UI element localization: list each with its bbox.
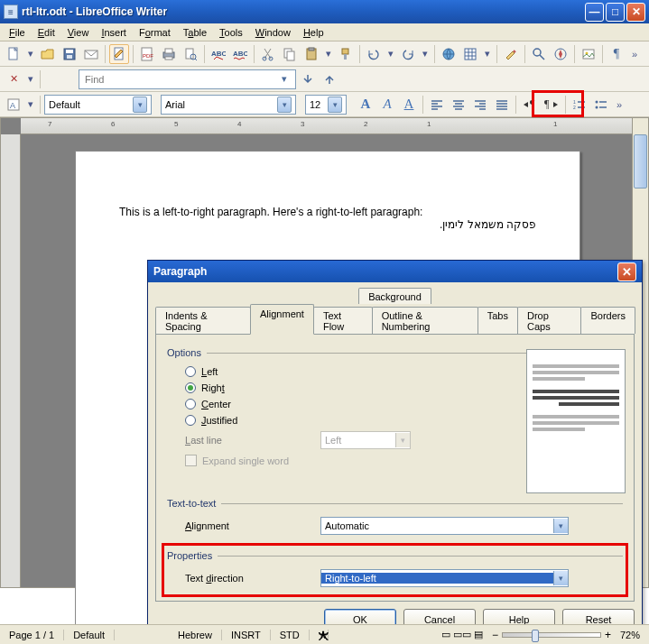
find-next-button[interactable] <box>298 69 318 89</box>
window-close-button[interactable]: ✕ <box>626 3 645 22</box>
paste-button[interactable] <box>301 44 321 64</box>
bold-button[interactable]: A <box>356 95 375 115</box>
align-right-button[interactable] <box>470 95 490 115</box>
status-selection-mode[interactable]: STD <box>271 630 310 640</box>
pdf-button[interactable]: PDF <box>137 44 157 64</box>
status-page[interactable]: Page 1 / 1 <box>0 630 64 640</box>
table-button[interactable] <box>460 44 480 64</box>
menu-edit[interactable]: Edit <box>32 25 60 40</box>
styles-button[interactable]: A <box>4 95 23 115</box>
menu-view[interactable]: View <box>62 25 95 40</box>
new-button[interactable] <box>4 44 23 64</box>
status-modified-icon: 🞱 <box>310 630 329 640</box>
nonprinting-button[interactable]: ¶ <box>607 44 626 64</box>
standard-toolbar: ▾ PDF ABC ABC ▾ ▾ ▾ ▾ ¶ » <box>0 41 649 67</box>
find-history-dropdown[interactable]: ▾ <box>277 73 292 85</box>
scrollbar-thumb[interactable] <box>634 134 647 189</box>
table-dropdown[interactable]: ▾ <box>482 44 493 64</box>
paragraph-rtl[interactable]: פסקה משמאל לימין. <box>119 218 536 231</box>
svg-rect-21 <box>309 48 314 51</box>
find-input[interactable]: ▾ <box>79 69 296 89</box>
redo-button[interactable] <box>398 44 418 64</box>
find-replace-button[interactable] <box>529 44 549 64</box>
menu-table[interactable]: Table <box>178 25 212 40</box>
close-findbar-button[interactable]: ✕ <box>4 69 23 89</box>
svg-point-38 <box>596 106 598 108</box>
paragraph-style-combo[interactable]: Default▾ <box>44 95 152 115</box>
status-style[interactable]: Default <box>64 630 115 640</box>
status-language[interactable]: Hebrew <box>169 630 222 640</box>
dialog-titlebar[interactable]: Paragraph ✕ <box>148 261 642 282</box>
find-prev-button[interactable] <box>320 69 339 89</box>
findbar-dropdown[interactable]: ▾ <box>25 69 36 89</box>
align-justify-button[interactable] <box>492 95 512 115</box>
maximize-button[interactable]: □ <box>606 3 625 22</box>
paste-dropdown[interactable]: ▾ <box>323 44 334 64</box>
show-draw-button[interactable] <box>501 44 521 64</box>
italic-button[interactable]: A <box>377 95 397 115</box>
minimize-button[interactable]: ― <box>585 3 604 22</box>
tab-drop-caps[interactable]: Drop Caps <box>517 307 581 334</box>
align-center-button[interactable] <box>449 95 468 115</box>
preview-button[interactable] <box>181 44 200 64</box>
status-insert-mode[interactable]: INSRT <box>222 630 271 640</box>
menu-file[interactable]: File <box>4 25 31 40</box>
ltr-button[interactable]: ¶ <box>520 95 540 115</box>
paintbrush-button[interactable] <box>336 44 356 64</box>
autospell-button[interactable]: ABC <box>230 44 250 64</box>
tab-background[interactable]: Background <box>358 288 431 304</box>
paragraph-ltr[interactable]: This is a left-to-right paragraph. Here'… <box>119 206 536 218</box>
hyperlink-button[interactable] <box>439 44 459 64</box>
menu-format[interactable]: Format <box>134 25 176 40</box>
menu-help[interactable]: Help <box>298 25 329 40</box>
print-button[interactable] <box>159 44 179 64</box>
svg-rect-10 <box>165 57 172 60</box>
t2t-alignment-select[interactable]: Automatic▾ <box>320 517 569 535</box>
font-name-combo[interactable]: Arial▾ <box>161 95 296 115</box>
vertical-ruler[interactable] <box>1 134 21 587</box>
spelling-button[interactable]: ABC <box>209 44 228 64</box>
copy-button[interactable] <box>280 44 300 64</box>
formatting-toolbar: A ▾ Default▾ Arial▾ 12▾ A A A ¶ ¶ 12 » <box>0 92 649 117</box>
find-input-field[interactable] <box>83 73 277 86</box>
extra-dropdown[interactable]: » <box>628 44 641 64</box>
cut-button[interactable] <box>258 44 278 64</box>
save-button[interactable] <box>60 44 79 64</box>
new-dropdown[interactable]: ▾ <box>25 44 36 64</box>
edit-doc-button[interactable] <box>109 44 129 64</box>
tab-borders[interactable]: Borders <box>580 307 635 334</box>
font-size-combo[interactable]: 12▾ <box>305 95 347 115</box>
email-button[interactable] <box>81 44 101 64</box>
tab-alignment[interactable]: Alignment <box>250 304 314 335</box>
tab-text-flow[interactable]: Text Flow <box>313 307 373 334</box>
window-title: rtl-ltr.odt - LibreOffice Writer <box>22 5 583 18</box>
zoom-slider[interactable] <box>502 632 601 638</box>
status-view-layout[interactable]: ▭ ▭▭ ▤ <box>432 629 492 640</box>
svg-rect-19 <box>287 51 294 60</box>
align-left-button[interactable] <box>427 95 447 115</box>
text-direction-select[interactable]: Right-to-left▾ <box>320 569 569 587</box>
horizontal-ruler[interactable]: 7 6 5 4 3 2 1 1 <box>21 118 632 134</box>
tab-tabs[interactable]: Tabs <box>477 307 518 334</box>
menu-tools[interactable]: Tools <box>214 25 248 40</box>
menu-window[interactable]: Window <box>250 25 296 40</box>
undo-button[interactable] <box>364 44 384 64</box>
open-button[interactable] <box>38 44 58 64</box>
menu-insert[interactable]: Insert <box>96 25 132 40</box>
format-dropdown[interactable]: » <box>613 95 626 115</box>
undo-dropdown[interactable]: ▾ <box>385 44 396 64</box>
bullet-list-button[interactable] <box>591 95 611 115</box>
document-icon: ≡ <box>4 5 18 19</box>
dialog-tabs: Background Indents & Spacing Alignment T… <box>155 288 635 335</box>
tab-indents-spacing[interactable]: Indents & Spacing <box>155 307 251 334</box>
rtl-button[interactable]: ¶ <box>542 95 561 115</box>
underline-button[interactable]: A <box>399 95 419 115</box>
gallery-button[interactable] <box>579 44 598 64</box>
redo-dropdown[interactable]: ▾ <box>420 44 431 64</box>
status-zoom[interactable]: 72% <box>611 630 649 640</box>
dialog-close-button[interactable]: ✕ <box>617 262 636 281</box>
numbered-list-button[interactable]: 12 <box>570 95 589 115</box>
tab-outline-numbering[interactable]: Outline & Numbering <box>372 307 478 334</box>
navigator-button[interactable] <box>551 44 570 64</box>
styles-dropdown[interactable]: ▾ <box>25 95 36 115</box>
